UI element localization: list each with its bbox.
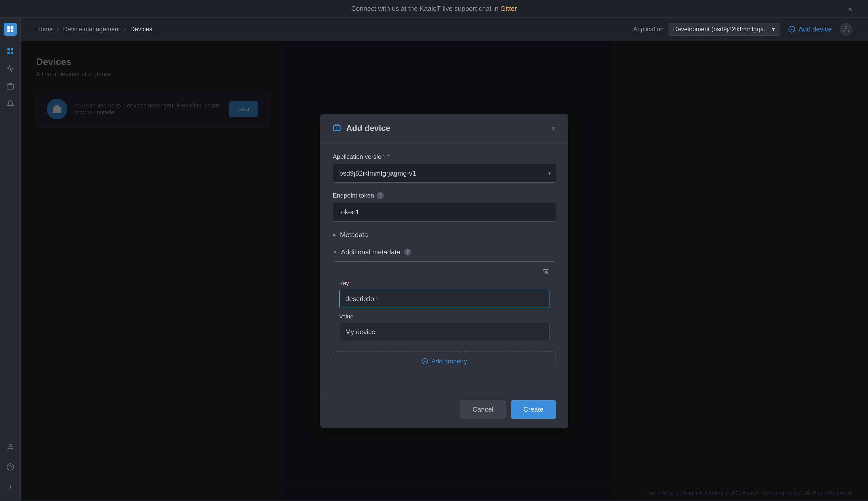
- additional-metadata-label: Additional metadata: [341, 248, 400, 256]
- create-button[interactable]: Create: [511, 400, 556, 419]
- sidebar: [0, 18, 21, 500]
- page-header: Home › Device management › Devices Appli…: [21, 18, 868, 41]
- app-version-field: Application version* bsd9j82ikfmmfgrjagm…: [333, 153, 556, 183]
- key-required-star: *: [349, 280, 351, 286]
- metadata-arrow-icon: ▶: [333, 232, 336, 237]
- additional-metadata-header[interactable]: ▼ Additional metadata ?: [333, 248, 556, 256]
- svg-point-9: [9, 445, 12, 447]
- app-dropdown-arrow: ▾: [772, 25, 775, 33]
- modal-close-button[interactable]: ×: [551, 124, 556, 132]
- required-star-version: *: [387, 153, 390, 160]
- svg-rect-7: [11, 52, 13, 54]
- key-input[interactable]: [339, 290, 550, 308]
- metadata-box: Key* Value: [333, 262, 556, 347]
- gitter-link[interactable]: Gitter: [500, 5, 517, 12]
- sidebar-item-charts[interactable]: [3, 61, 18, 76]
- user-avatar[interactable]: [839, 23, 853, 36]
- add-property-label: Add property: [431, 358, 467, 365]
- additional-metadata-help-icon[interactable]: ?: [404, 248, 411, 256]
- metadata-section: ▶ Metadata: [333, 231, 556, 239]
- svg-rect-3: [11, 30, 13, 32]
- endpoint-token-help-icon[interactable]: ?: [377, 192, 384, 199]
- modal-overlay: Add device × Application version*: [21, 41, 868, 500]
- banner-close-icon[interactable]: ×: [848, 5, 853, 14]
- add-property-button[interactable]: Add property: [333, 351, 556, 371]
- add-device-button[interactable]: Add device: [788, 25, 832, 33]
- sidebar-item-user[interactable]: [3, 439, 18, 455]
- sidebar-item-devices[interactable]: [3, 78, 18, 94]
- add-device-modal: Add device × Application version*: [320, 114, 568, 428]
- add-device-label: Add device: [798, 25, 832, 33]
- svg-rect-0: [7, 26, 10, 29]
- breadcrumb-home[interactable]: Home: [36, 25, 53, 33]
- breadcrumb-sep-1: ›: [57, 25, 59, 33]
- modal-title-text: Add device: [346, 124, 390, 133]
- sidebar-bottom: [3, 439, 18, 495]
- header-right: Application Development (bsd9j82ikfmmfgr…: [633, 23, 853, 36]
- sidebar-logo: [4, 23, 17, 36]
- svg-rect-8: [7, 85, 13, 89]
- app-selector: Application Development (bsd9j82ikfmmfgr…: [633, 23, 781, 36]
- key-label: Key*: [339, 280, 550, 287]
- app-version-label: Application version*: [333, 153, 556, 160]
- modal-footer: Cancel Create: [320, 391, 568, 428]
- breadcrumb-device-management[interactable]: Device management: [63, 25, 120, 33]
- breadcrumb: Home › Device management › Devices: [36, 25, 152, 33]
- svg-point-15: [845, 26, 847, 29]
- value-input[interactable]: [339, 323, 550, 341]
- sidebar-item-help[interactable]: [3, 459, 18, 475]
- metadata-row-header: [339, 268, 550, 277]
- app-version-select-wrapper: bsd9j82ikfmmfgrjagmg-v1 ▾: [333, 164, 556, 183]
- banner-text: Connect with us at the KaaloT live suppo…: [351, 5, 500, 12]
- cancel-button[interactable]: Cancel: [460, 400, 506, 419]
- modal-header: Add device ×: [320, 114, 568, 143]
- svg-rect-4: [7, 48, 10, 51]
- main-content: Home › Device management › Devices Appli…: [21, 18, 868, 500]
- breadcrumb-sep-2: ›: [124, 25, 126, 33]
- page-content: Devices All your devices at a glance You…: [21, 41, 868, 500]
- app-dropdown[interactable]: Development (bsd9j82ikfmmfgrja... ▾: [668, 23, 781, 36]
- sidebar-item-dashboard[interactable]: [3, 43, 18, 59]
- svg-rect-6: [7, 52, 10, 54]
- metadata-section-header[interactable]: ▶ Metadata: [333, 231, 556, 239]
- delete-property-icon[interactable]: [542, 268, 550, 277]
- additional-metadata-section: ▼ Additional metadata ?: [333, 248, 556, 371]
- endpoint-token-field: Endpoint token ?: [333, 192, 556, 222]
- modal-title-icon: [333, 123, 341, 133]
- additional-metadata-arrow-icon: ▼: [333, 249, 337, 255]
- metadata-label: Metadata: [340, 231, 368, 239]
- endpoint-token-label: Endpoint token ?: [333, 192, 556, 199]
- app-version-select[interactable]: bsd9j82ikfmmfgrjagmg-v1: [333, 164, 556, 183]
- modal-title: Add device: [333, 123, 390, 133]
- app-dropdown-value: Development (bsd9j82ikfmmfgrja...: [673, 25, 769, 33]
- endpoint-token-input[interactable]: [333, 203, 556, 222]
- svg-rect-2: [7, 30, 10, 32]
- app-selector-label: Application: [633, 25, 664, 33]
- sidebar-item-alerts[interactable]: [3, 96, 18, 111]
- modal-body: Application version* bsd9j82ikfmmfgrjagm…: [320, 143, 568, 391]
- top-banner: Connect with us at the KaaloT live suppo…: [0, 0, 868, 18]
- value-label: Value: [339, 313, 550, 320]
- svg-rect-1: [11, 26, 13, 29]
- breadcrumb-current: Devices: [130, 25, 152, 33]
- sidebar-expand-button[interactable]: [3, 479, 18, 495]
- svg-rect-5: [11, 48, 13, 51]
